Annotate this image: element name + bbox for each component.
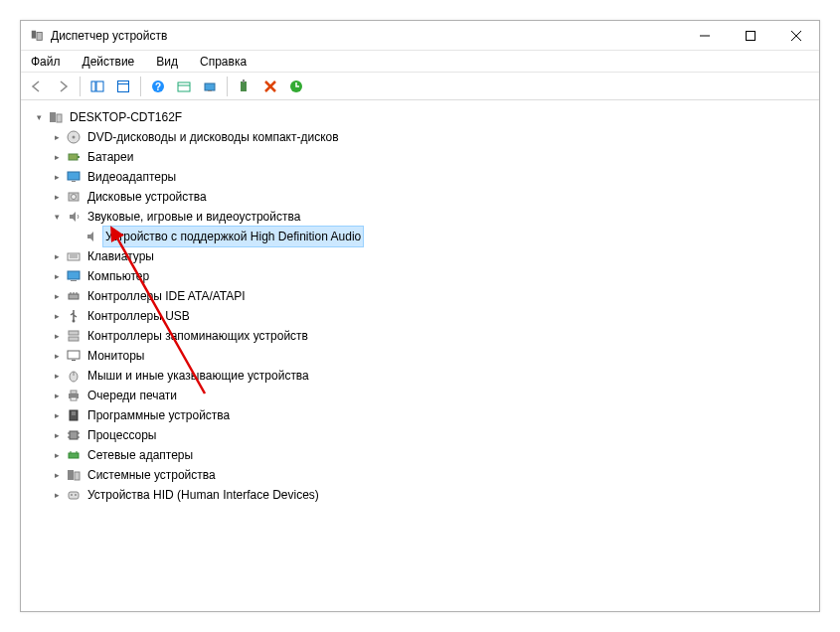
node-label: Компьютер — [85, 266, 151, 286]
category-node[interactable]: ▸Очереди печати — [32, 386, 816, 405]
svg-rect-17 — [243, 79, 245, 82]
expander-icon[interactable]: ▸ — [50, 488, 64, 502]
category-node[interactable]: ▸Видеоадаптеры — [32, 167, 816, 187]
expander-icon[interactable]: ▸ — [50, 170, 64, 184]
menu-view[interactable]: Вид — [152, 53, 182, 71]
expander-icon[interactable]: ▸ — [50, 309, 64, 323]
category-node[interactable]: ▾Звуковые, игровые и видеоустройства — [32, 207, 816, 227]
toolbar-separator — [227, 77, 228, 96]
svg-rect-12 — [178, 82, 190, 91]
category-node[interactable]: ▸Компьютер — [32, 266, 816, 286]
menu-help[interactable]: Справка — [196, 53, 251, 71]
expander-icon[interactable]: ▸ — [50, 249, 64, 263]
system-icon — [66, 467, 82, 483]
node-label: Процессоры — [85, 425, 159, 445]
back-button[interactable] — [25, 75, 49, 98]
expander-icon[interactable]: ▸ — [50, 190, 64, 204]
category-node[interactable]: ▸Батареи — [32, 147, 816, 167]
help-button[interactable]: ? — [146, 75, 170, 98]
category-node[interactable]: ▸Дисковые устройства — [32, 187, 816, 207]
svg-rect-44 — [72, 360, 76, 361]
expander-icon[interactable]: ▸ — [50, 150, 64, 164]
svg-point-64 — [71, 494, 73, 496]
svg-rect-6 — [91, 81, 95, 91]
category-node[interactable]: ▸Сетевые адаптеры — [32, 445, 816, 465]
cpu-icon — [66, 427, 82, 443]
node-label: Системные устройства — [85, 465, 218, 485]
show-hide-tree-button[interactable] — [85, 75, 109, 98]
expander-icon[interactable]: ▸ — [50, 468, 64, 482]
svg-rect-14 — [205, 83, 215, 90]
category-node[interactable]: ▸DVD-дисководы и дисководы компакт-диско… — [32, 127, 816, 147]
category-node[interactable]: ▸Контроллеры запоминающих устройств — [32, 326, 816, 346]
expander-icon[interactable]: ▸ — [50, 289, 64, 303]
svg-rect-58 — [69, 453, 79, 458]
expander-icon[interactable]: ▸ — [50, 408, 64, 422]
minimize-button[interactable] — [682, 21, 728, 51]
svg-point-24 — [73, 136, 76, 139]
category-node[interactable]: ▸Мониторы — [32, 346, 816, 366]
uninstall-button[interactable] — [258, 75, 282, 98]
svg-rect-34 — [68, 271, 80, 279]
node-label: DVD-дисководы и дисководы компакт-дисков — [85, 127, 341, 147]
expander-icon[interactable]: ▸ — [50, 428, 64, 442]
expander-icon[interactable]: ▸ — [50, 369, 64, 383]
svg-rect-7 — [96, 81, 103, 91]
display-icon — [66, 169, 82, 185]
usb-icon — [66, 308, 82, 324]
expander-icon[interactable]: ▸ — [50, 269, 64, 283]
device-node-hd-audio[interactable]: Устройство с поддержкой High Definition … — [32, 227, 816, 246]
svg-rect-36 — [69, 294, 79, 299]
svg-point-40 — [73, 320, 76, 323]
update-driver-button[interactable] — [233, 75, 256, 98]
category-node[interactable]: ▸Клавиатуры — [32, 246, 816, 266]
titlebar: Диспетчер устройств — [21, 21, 819, 51]
svg-rect-62 — [75, 472, 80, 480]
category-node[interactable]: ▸Устройства HID (Human Interface Devices… — [32, 485, 816, 505]
mouse-icon — [66, 368, 82, 384]
scan-hardware-button[interactable] — [198, 75, 222, 98]
category-node[interactable]: ▸Контроллеры IDE ATA/ATAPI — [32, 286, 816, 306]
keyboard-icon — [66, 248, 82, 264]
expander-spacer — [68, 230, 82, 243]
svg-rect-15 — [208, 90, 212, 91]
expander-icon[interactable]: ▸ — [50, 329, 64, 343]
disc-icon — [66, 129, 82, 145]
device-manager-window: Диспетчер устройств Файл Действие Вид Сп… — [20, 20, 820, 612]
node-label: Устройство с поддержкой High Definition … — [103, 227, 363, 246]
properties-button[interactable] — [111, 75, 135, 98]
node-label: Видеоадаптеры — [85, 167, 178, 187]
app-icon — [29, 28, 45, 44]
expander-icon[interactable]: ▸ — [50, 349, 64, 363]
svg-rect-25 — [69, 154, 78, 160]
category-node[interactable]: ▸Программные устройства — [32, 405, 816, 425]
menu-file[interactable]: Файл — [27, 53, 65, 71]
menu-action[interactable]: Действие — [79, 53, 139, 71]
root-node[interactable]: ▾ DESKTOP-CDT162F — [32, 107, 816, 127]
expander-icon[interactable]: ▸ — [50, 389, 64, 402]
action-menu-button[interactable] — [172, 75, 196, 98]
svg-rect-26 — [78, 156, 80, 158]
node-label: Звуковые, игровые и видеоустройства — [85, 207, 302, 227]
category-node[interactable]: ▸Контроллеры USB — [32, 306, 816, 326]
expander-icon[interactable]: ▾ — [32, 110, 46, 124]
expander-icon[interactable]: ▸ — [50, 130, 64, 144]
category-node[interactable]: ▸Мыши и иные указывающие устройства — [32, 366, 816, 386]
enable-button[interactable] — [284, 75, 308, 98]
category-node[interactable]: ▸Процессоры — [32, 425, 816, 445]
forward-button[interactable] — [51, 75, 75, 98]
expander-icon[interactable]: ▸ — [50, 448, 64, 462]
computer-icon — [66, 268, 82, 284]
category-node[interactable]: ▸Системные устройства — [32, 465, 816, 485]
hdd-icon — [66, 189, 82, 205]
node-label: Сетевые адаптеры — [85, 445, 195, 465]
node-label: Контроллеры запоминающих устройств — [85, 326, 310, 346]
close-button[interactable] — [773, 21, 819, 51]
maximize-button[interactable] — [728, 21, 773, 51]
svg-rect-49 — [71, 397, 77, 400]
node-label: Мыши и иные указывающие устройства — [85, 366, 311, 386]
node-label: Программные устройства — [85, 405, 232, 425]
device-tree[interactable]: ▾ DESKTOP-CDT162F ▸DVD-дисководы и диско… — [23, 102, 817, 609]
expander-icon[interactable]: ▾ — [50, 210, 64, 224]
speaker-icon — [84, 229, 99, 244]
